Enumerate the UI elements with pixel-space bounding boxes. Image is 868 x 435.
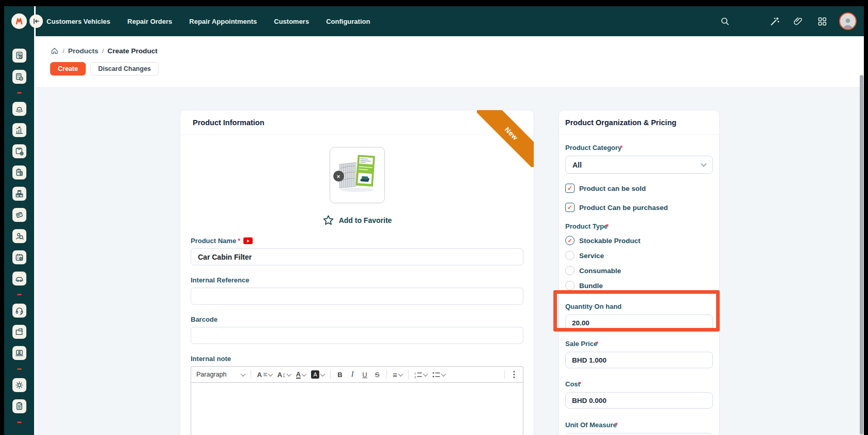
bulleted-list-dropdown[interactable] — [430, 368, 447, 381]
radio-service[interactable]: Service — [565, 251, 713, 260]
svg-text:2: 2 — [414, 375, 416, 378]
unit-of-measure-label: Unit Of Measure* — [565, 421, 713, 429]
collapse-left-icon — [33, 18, 40, 25]
barcode-label: Barcode — [191, 316, 523, 323]
radio-unselected — [565, 281, 575, 290]
sidebar-vehicles-car-icon[interactable] — [12, 272, 26, 286]
search-icon[interactable] — [719, 16, 731, 27]
sidebar-invoice-report-icon[interactable] — [12, 49, 26, 63]
italic-button[interactable]: I — [347, 368, 358, 381]
internal-reference-input[interactable] — [191, 288, 523, 305]
add-to-favorite[interactable]: Add to Favorite — [180, 215, 534, 226]
radio-bundle[interactable]: Bundle — [565, 281, 713, 290]
font-color-dropdown[interactable]: A — [294, 368, 308, 381]
vertical-dots-icon — [513, 370, 515, 379]
user-avatar[interactable] — [839, 12, 857, 30]
sidebar-checklist-report-icon[interactable] — [12, 399, 26, 413]
sidebar-customer-lookup-icon[interactable] — [12, 229, 26, 243]
attachment-icon[interactable] — [793, 16, 804, 27]
nav-customers[interactable]: Customers — [274, 18, 309, 25]
add-to-favorite-label: Add to Favorite — [339, 216, 392, 224]
internal-note-textarea[interactable] — [191, 383, 523, 435]
youtube-help-icon[interactable] — [243, 237, 253, 244]
strikethrough-button[interactable]: S — [371, 368, 383, 381]
sidebar-appointments-calendar-icon[interactable] — [12, 250, 26, 264]
radio-stockable-product[interactable]: ✓ Stockable Product — [565, 236, 713, 245]
sidebar-support-headset-icon[interactable] — [12, 304, 26, 318]
page-actions: Create Discard Changes — [50, 62, 159, 76]
sale-price-input[interactable] — [565, 352, 713, 368]
sidebar-repair-clipboard-icon[interactable] — [12, 166, 26, 179]
topbar-tools — [719, 6, 857, 36]
product-name-input[interactable] — [191, 248, 523, 265]
sidebar-car-service-icon[interactable] — [12, 102, 26, 116]
font-size-dropdown[interactable]: A↕ — [275, 368, 293, 381]
numbered-list-icon: 12 — [414, 371, 422, 378]
sidebar-divider — [17, 368, 22, 370]
app-logo[interactable] — [11, 13, 27, 29]
product-information-title: Product Information — [180, 110, 534, 135]
sidebar-sales-analytics-icon[interactable] — [12, 123, 26, 137]
top-navbar: Customers Vehicles Repair Orders Repair … — [4, 6, 864, 36]
sidebar-settings-gear-icon[interactable] — [12, 378, 26, 392]
underline-button[interactable]: U — [359, 368, 370, 381]
radio-unselected — [565, 251, 575, 260]
chevron-down-icon — [701, 161, 706, 167]
apps-grid-icon[interactable] — [816, 16, 828, 27]
remove-image-button[interactable]: × — [333, 171, 344, 182]
pricing-form: Product Category* All ✓ Product can be s… — [559, 144, 719, 435]
radio-consumable[interactable]: Consumable — [565, 266, 713, 275]
breadcrumb-products[interactable]: Products — [68, 47, 99, 55]
nav-repair-orders[interactable]: Repair Orders — [128, 18, 173, 25]
product-can-be-sold-checkbox[interactable]: ✓ Product can be sold — [565, 184, 713, 193]
page-header-band — [36, 36, 864, 88]
sidebar-divider — [17, 92, 22, 94]
barcode-input[interactable] — [191, 327, 523, 344]
sidebar-pos-terminal-icon[interactable] — [12, 208, 26, 222]
breadcrumb: / Products / Create Product — [50, 47, 158, 55]
paragraph-style-dropdown[interactable]: Paragraph — [194, 368, 247, 381]
font-family-dropdown[interactable]: A — [255, 368, 274, 381]
home-icon[interactable] — [50, 47, 59, 55]
bold-button[interactable]: B — [334, 368, 346, 381]
sidebar-inventory-boxes-icon[interactable] — [12, 187, 26, 201]
product-can-be-purchased-checkbox[interactable]: ✓ Product Can be purchased — [565, 203, 713, 212]
radio-selected: ✓ — [565, 236, 575, 245]
radio-unselected — [565, 266, 575, 275]
cost-input[interactable] — [565, 392, 713, 409]
editor-toolbar: Paragraph A A↕ A A B I U S ≡ 12 — [191, 367, 523, 383]
product-image-box: × — [330, 147, 385, 203]
breadcrumb-separator: / — [63, 47, 65, 55]
vertical-scrollbar[interactable] — [860, 75, 863, 434]
font-background-dropdown[interactable]: A — [309, 368, 327, 381]
bulleted-list-icon — [432, 371, 440, 378]
sidebar-collapse-button[interactable] — [29, 14, 43, 28]
create-button[interactable]: Create — [50, 62, 86, 76]
alignment-dropdown[interactable]: ≡ — [391, 368, 405, 381]
sidebar-scale-add-icon[interactable] — [12, 144, 26, 158]
product-category-select[interactable]: All — [565, 156, 713, 174]
product-type-label: Product Type* — [565, 222, 713, 230]
quantity-on-hand-input[interactable] — [565, 314, 713, 331]
breadcrumb-create-product: Create Product — [107, 47, 158, 55]
nav-customers-vehicles[interactable]: Customers Vehicles — [47, 18, 111, 25]
product-name-label: Product Name* — [191, 237, 523, 245]
unit-of-measure-select[interactable]: Units — [565, 433, 713, 435]
sidebar-documents-folder-icon[interactable] — [12, 325, 26, 339]
pricing-card-title: Product Organization & Pricing — [559, 110, 719, 135]
internal-note-editor: Paragraph A A↕ A A B I U S ≡ 12 — [191, 366, 523, 435]
sidebar-customer-portal-icon[interactable] — [12, 346, 26, 360]
toolbar-more-button[interactable] — [508, 368, 520, 381]
required-asterisk: * — [238, 237, 240, 245]
nav-repair-appointments[interactable]: Repair Appointments — [189, 18, 257, 25]
numbered-list-dropdown[interactable]: 12 — [412, 368, 429, 381]
sidebar-accounting-calculator-icon[interactable] — [12, 70, 26, 84]
magic-wand-icon[interactable] — [769, 16, 780, 27]
logo-mark-icon — [14, 16, 24, 26]
product-category-label: Product Category* — [565, 144, 713, 152]
cost-label: Cost* — [565, 380, 713, 388]
nav-configuration[interactable]: Configuration — [326, 18, 370, 25]
checkbox-checked: ✓ — [565, 203, 575, 212]
font-lines-icon — [264, 372, 267, 377]
discard-changes-button[interactable]: Discard Changes — [90, 62, 159, 76]
